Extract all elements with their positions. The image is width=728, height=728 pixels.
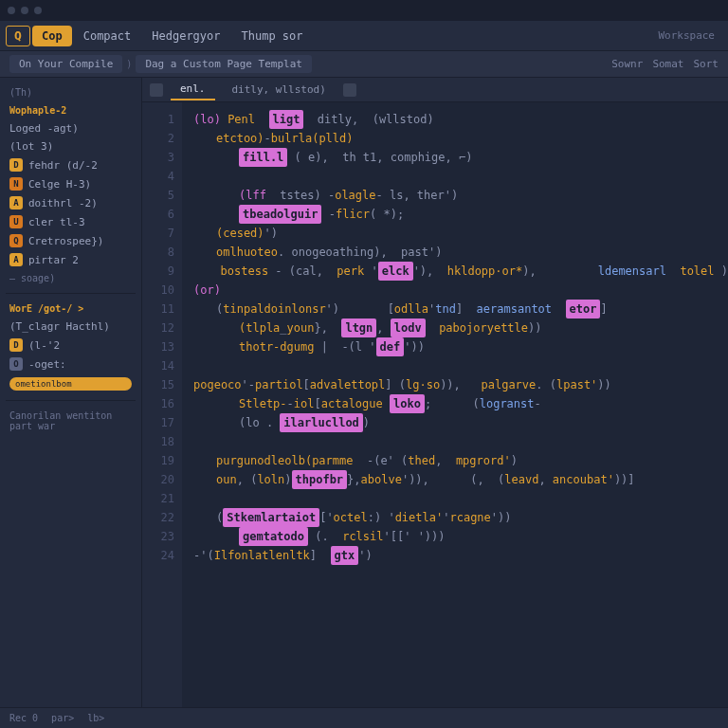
sidebar-item[interactable]: (T_clagr Hacthl) [4,318,137,336]
code-area[interactable]: 123456789101112131415161718192021222324 … [142,102,728,707]
app-logo-icon[interactable]: Q [6,26,30,46]
code-content[interactable]: (lo) Penl ligt ditly, (wllstod)etctoo)-b… [182,102,728,707]
statusbar: Rec 0 par> lb> [0,707,728,728]
breadcrumb-bar: On Your Compile ) Dag a Custom Page Temp… [0,51,728,78]
file-icon: A [9,196,23,209]
file-icon: D [9,338,23,352]
editor-tabs: enl. ditly, wllstod) [142,78,728,102]
sidebar-section-header[interactable]: Wophaple-2 [4,101,137,119]
breadcrumb-chip[interactable]: Dag a Custom Page Templat [136,55,312,73]
sidebar-item[interactable]: D(l-'2 [4,336,137,355]
divider [6,400,136,401]
status-item: Rec 0 [9,713,38,723]
sidebar-item[interactable]: Ucler tl-3 [4,212,137,231]
sidebar-item[interactable]: Dfehdr (d/-2 [4,155,137,174]
menu-item[interactable]: Compact [74,26,141,46]
status-item: lb> [87,713,104,723]
sidebar-item[interactable]: (lot 3) [4,137,137,155]
sidebar-item[interactable]: O-oget: [4,355,137,373]
menu-item[interactable]: Thump sor [232,26,313,46]
file-icon: U [9,215,23,228]
toolbar-action[interactable]: Sort [694,58,719,70]
sidebar-sub: — soage) [4,269,137,287]
file-icon: Q [9,234,23,247]
sidebar-section-header[interactable]: WorE /got-/ > [4,300,137,318]
main-body: (Th) Wophaple-2 Loged -agt) (lot 3) Dfeh… [0,78,728,707]
file-icon: O [9,357,23,371]
sidebar-item[interactable]: QCretrospee}) [4,231,137,250]
window-control-dot[interactable] [8,7,15,14]
menu-right-label: Workspace [650,29,722,42]
sidebar-item[interactable]: Adoithrl -2) [4,193,137,212]
sidebar: (Th) Wophaple-2 Loged -agt) (lot 3) Dfeh… [0,78,142,707]
menu-primary[interactable]: Cop [32,26,72,46]
app-window: Q Cop Compact Hedgergyor Thump sor Works… [0,0,728,728]
status-item: par> [51,713,74,723]
toolbar-action[interactable]: Somat [652,58,683,70]
file-icon: D [9,158,23,172]
window-control-dot[interactable] [34,7,42,14]
sidebar-footer-text: Canorilan wentiton part war [4,407,137,435]
sidebar-hint: (Th) [4,83,137,101]
breadcrumb-chip[interactable]: On Your Compile [9,55,122,73]
menubar: Q Cop Compact Hedgergyor Thump sor Works… [0,21,728,51]
highlight-badge: ometionlbom [9,377,132,391]
sidebar-item[interactable]: Apirtar 2 [4,250,137,269]
sidebar-item[interactable]: Loged -agt) [4,119,137,137]
file-icon: N [9,177,23,191]
editor-tab[interactable]: enl. [171,79,215,100]
divider [6,293,136,294]
window-control-dot[interactable] [21,7,28,14]
editor-tab[interactable]: ditly, wllstod) [223,80,336,100]
titlebar [0,0,728,21]
line-gutter: 123456789101112131415161718192021222324 [142,102,182,707]
sidebar-item[interactable]: NCelge H-3) [4,174,137,193]
tab-icon [150,83,163,97]
toolbar-action[interactable]: Sownr [611,58,643,70]
chevron-right-icon: ) [126,59,132,69]
editor-pane: enl. ditly, wllstod) 1234567891011121314… [142,78,728,707]
menu-item[interactable]: Hedgergyor [142,26,229,46]
file-icon: A [9,253,23,266]
tab-icon [343,83,356,97]
